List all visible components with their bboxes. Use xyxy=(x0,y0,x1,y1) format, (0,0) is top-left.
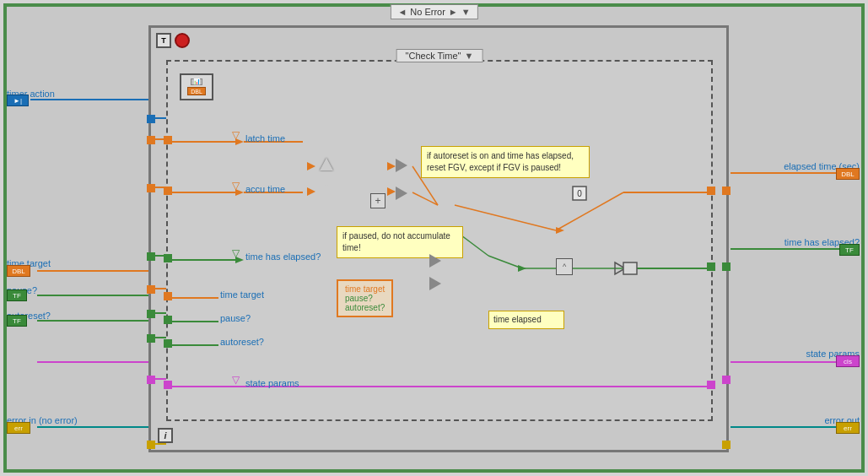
accu-time-label: accu time xyxy=(245,184,285,194)
error-bar-right-arrow: ► xyxy=(449,7,458,17)
autoreset-inner-label: autoreset? xyxy=(220,337,264,347)
term-elapsed-out xyxy=(707,187,715,195)
check-time-dropdown[interactable]: ▼ xyxy=(465,51,474,61)
term-autoreset-in xyxy=(164,339,172,348)
time-elapsed-arrow: ▽ xyxy=(232,247,240,259)
gt-node-1 xyxy=(396,159,407,172)
error-out-indicator: err xyxy=(836,422,860,434)
svg-marker-38 xyxy=(518,265,526,272)
error-dropdown-arrow[interactable]: ▼ xyxy=(461,7,471,17)
pause-indicator: TF xyxy=(7,289,27,301)
compare-node-2 xyxy=(320,183,333,196)
sub-frame: "Check Time" ▼ 📊 DBL xyxy=(166,60,713,421)
term-state-out xyxy=(707,381,715,389)
term-pause-in xyxy=(164,316,172,324)
inner-term-err-r xyxy=(722,441,731,449)
pause-inner-label: pause? xyxy=(220,313,251,323)
inner-term-state-r xyxy=(722,376,731,384)
inner-frame: T "Check Time" ▼ 📊 DBL xyxy=(148,25,729,452)
svg-marker-27 xyxy=(387,187,396,196)
inner-term-accu xyxy=(147,184,155,192)
inner-term-timer xyxy=(147,115,155,123)
term-accu xyxy=(164,187,172,195)
svg-marker-37 xyxy=(556,227,564,234)
svg-line-35 xyxy=(488,256,522,268)
error-in-indicator: err xyxy=(7,422,30,434)
frame-info-button[interactable]: i xyxy=(158,428,173,443)
inner-term-latch xyxy=(147,136,155,144)
dbl-block: 📊 DBL xyxy=(180,73,213,100)
time-has-elapsed-inner-label: time has elapsed? xyxy=(245,252,321,262)
svg-rect-30 xyxy=(573,187,586,200)
check-time-label: "Check Time" xyxy=(406,51,461,61)
time-target-indicator: DBL xyxy=(7,265,30,277)
svg-line-33 xyxy=(556,192,623,230)
svg-marker-39 xyxy=(615,262,625,274)
error-bar-label: No Error xyxy=(410,7,445,17)
inner-term-state xyxy=(147,376,155,384)
gt-node-3 xyxy=(429,254,441,268)
frame-controls: T xyxy=(156,33,190,48)
term-state-in xyxy=(164,381,172,389)
state-params-inner-label: state params xyxy=(245,378,299,388)
inner-term-pause xyxy=(147,310,155,318)
ctrl-run xyxy=(175,33,190,48)
time-elapsed-indicator: TF xyxy=(839,244,860,256)
time-target-cluster: time target pause? autoreset? xyxy=(337,279,393,317)
inner-term-tgt xyxy=(147,285,155,294)
autoreset-note: if autoreset is on and time has elapsed,… xyxy=(421,146,590,178)
elapsed-time-indicator: DBL xyxy=(836,168,860,180)
term-time-target-in xyxy=(164,292,172,300)
svg-marker-24 xyxy=(307,162,315,170)
svg-rect-40 xyxy=(623,262,637,274)
state-params-indicator: cls xyxy=(836,355,860,367)
timer-action-indicator: ►| xyxy=(7,95,29,106)
term-time-elapsed xyxy=(164,254,172,262)
svg-line-29 xyxy=(412,192,438,205)
logic-gate: ^ xyxy=(556,258,573,275)
inner-term-time-el xyxy=(147,252,155,261)
state-params-arrow: ▽ xyxy=(232,374,240,386)
latch-arrow: ▽ xyxy=(232,129,240,141)
gt-node-4 xyxy=(429,277,441,290)
inner-term-elapsed-r xyxy=(722,187,731,195)
gt-node-2 xyxy=(396,187,407,200)
cluster-autoreset: autoreset? xyxy=(345,303,385,312)
ctrl-t: T xyxy=(156,33,171,48)
error-bar-left-arrow: ◄ xyxy=(397,7,407,17)
add-node: + xyxy=(370,193,385,208)
term-time-out xyxy=(707,262,715,271)
cluster-pause: pause? xyxy=(345,294,385,303)
inner-term-time-r xyxy=(722,262,731,271)
svg-line-32 xyxy=(455,205,556,230)
compare-node-1 xyxy=(320,158,333,170)
svg-marker-25 xyxy=(307,187,315,196)
svg-marker-26 xyxy=(387,162,396,170)
accu-arrow: ▽ xyxy=(232,180,240,192)
time-target-inner-label: time target xyxy=(220,289,264,300)
pause-note: if paused, do not accumulate time! xyxy=(337,226,463,258)
cluster-time-target: time target xyxy=(345,284,385,294)
outer-frame: ◄ No Error ► ▼ timer action ►| xyxy=(3,3,865,473)
svg-text:0: 0 xyxy=(577,189,582,198)
inner-term-err-in xyxy=(147,441,155,449)
latch-time-label: latch time xyxy=(245,133,285,143)
term-latch xyxy=(164,136,172,144)
autoreset-indicator: TF xyxy=(7,315,27,327)
inner-term-auto xyxy=(147,334,155,343)
time-elapsed-note: time elapsed xyxy=(488,311,564,329)
